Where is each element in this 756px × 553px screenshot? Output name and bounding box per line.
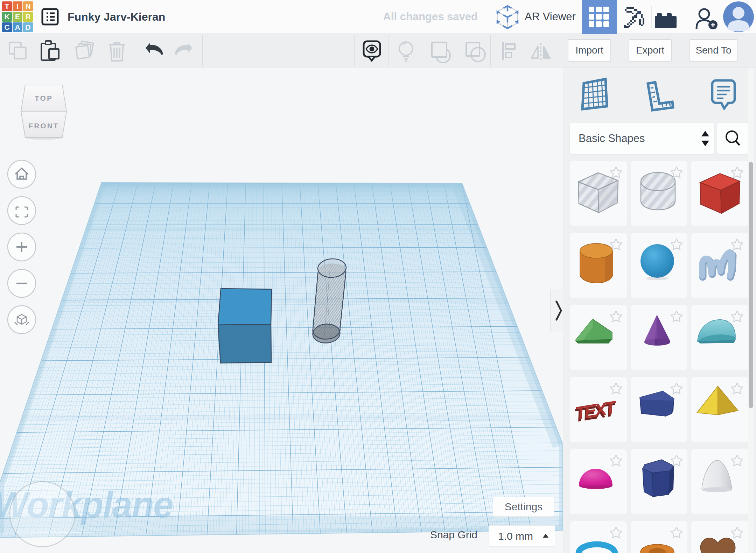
svg-text:FRONT: FRONT xyxy=(28,122,59,130)
svg-text:TOP: TOP xyxy=(35,94,53,102)
